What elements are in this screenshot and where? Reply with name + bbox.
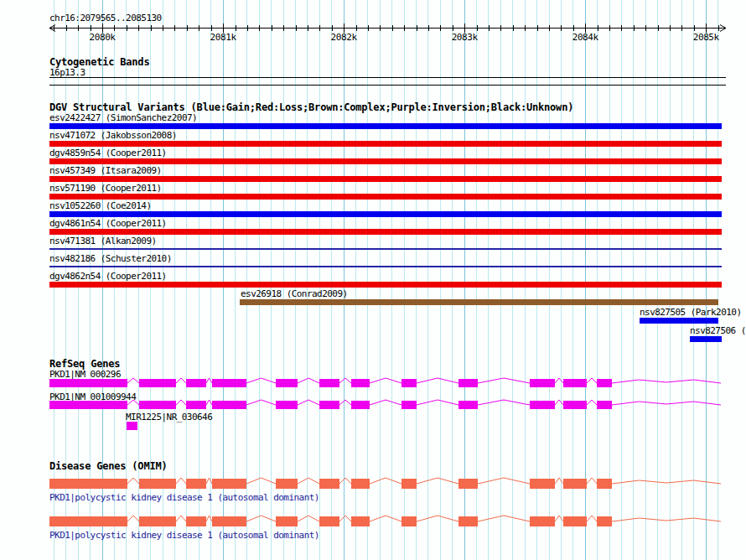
exon-block[interactable] [530,516,555,526]
exon-block[interactable] [276,479,298,489]
exon-block[interactable] [401,479,417,489]
variant-label: nsv471381 (Alkan2009) [49,236,157,246]
ruler-tick-label: 2084k [568,32,602,43]
variant-label: esv2422427 (SimonSanchez2007) [49,112,197,123]
gene-model[interactable] [0,474,746,494]
variant-label: nsv457349 (Itsara2009) [49,165,162,176]
exon-block[interactable] [319,516,339,526]
exon-block[interactable] [139,479,176,489]
exon-block[interactable] [563,479,587,489]
exon-block[interactable] [351,379,370,387]
ruler-tick-label: 2081k [206,32,240,43]
exon-block[interactable] [49,401,127,409]
exon-block[interactable] [186,479,206,489]
exon-block[interactable] [597,516,612,526]
ruler-tick-label: 2080k [85,32,119,43]
exon-block[interactable] [563,401,587,409]
track-header-omim: Disease Genes (OMIM) [49,460,168,472]
exon-block[interactable] [127,422,137,430]
gene-model[interactable] [0,511,746,531]
exon-block[interactable] [458,401,478,409]
exon-block[interactable] [401,379,417,387]
exon-block[interactable] [319,401,339,409]
variant-bar[interactable] [49,176,722,182]
variant-label: nsv827505 (Park2010) [640,307,741,318]
exon-block[interactable] [212,516,246,526]
gene-model[interactable] [0,374,746,392]
exon-block[interactable] [276,379,298,387]
variant-bar[interactable] [690,336,722,342]
exon-block[interactable] [319,479,339,489]
variant-bar[interactable] [49,211,722,217]
exon-block[interactable] [139,401,176,409]
variant-label: dgv4859n54 (Cooper2011) [49,148,167,158]
variant-bar[interactable] [640,318,718,324]
exon-block[interactable] [458,516,478,526]
exon-block[interactable] [212,479,246,489]
ruler-tick-label: 2085k [689,32,723,43]
variant-label: nsv471072 (Jakobsson2008) [49,130,177,141]
exon-block[interactable] [530,379,555,387]
variant-label: nsv571190 (Cooper2011) [49,183,162,194]
exon-block[interactable] [186,401,206,409]
variant-bar[interactable] [49,123,722,129]
exon-block[interactable] [401,516,417,526]
exon-block[interactable] [212,379,246,387]
cytoband-track[interactable] [49,77,726,86]
variant-bar[interactable] [49,266,722,267]
variant-bar[interactable] [240,299,718,305]
exon-block[interactable] [276,516,298,526]
variant-bar[interactable] [49,248,722,250]
exon-block[interactable] [49,379,127,387]
variant-label: dgv4862n54 (Cooper2011) [49,271,167,282]
exon-block[interactable] [458,479,478,489]
exon-block[interactable] [351,516,370,526]
gene-model[interactable] [0,417,746,435]
exon-block[interactable] [139,516,176,526]
exon-block[interactable] [530,401,555,409]
variant-label: esv26918 (Conrad2009) [241,288,348,299]
exon-block[interactable] [401,401,417,409]
exon-block[interactable] [351,479,370,489]
variant-bar[interactable] [49,141,722,147]
gene-model[interactable] [0,396,746,414]
exon-block[interactable] [597,379,612,387]
exon-block[interactable] [530,479,555,489]
exon-block[interactable] [139,379,176,387]
ruler-tick-label: 2082k [327,32,360,43]
exon-block[interactable] [319,379,339,387]
exon-block[interactable] [186,516,206,526]
variant-bar[interactable] [49,229,722,235]
exon-block[interactable] [597,479,612,489]
variant-bar[interactable] [49,194,722,200]
exon-block[interactable] [458,379,478,387]
exon-block[interactable] [276,401,298,409]
variant-bar[interactable] [49,158,722,164]
exon-block[interactable] [563,516,587,526]
genome-browser-panel: chr16:2079565..2085130 2080k2081k2082k20… [0,0,746,560]
exon-block[interactable] [597,401,612,409]
exon-block[interactable] [49,516,127,526]
ruler-tick-label: 2083k [448,32,481,43]
variant-label: nsv827506 (Park2010) [690,325,746,336]
variant-label: nsv1052260 (Coe2014) [49,200,151,211]
exon-block[interactable] [49,479,127,489]
track-header-cytobands: Cytogenetic Bands [49,56,149,68]
variant-label: dgv4861n54 (Cooper2011) [49,218,167,229]
exon-block[interactable] [563,379,587,387]
track-header-dgv: DGV Structural Variants (Blue:Gain;Red:L… [49,101,573,113]
track-header-refseq: RefSeq Genes [49,358,120,370]
variant-label: nsv482186 (Schuster2010) [49,253,172,264]
exon-block[interactable] [212,401,246,409]
variant-bar[interactable] [49,282,722,288]
exon-block[interactable] [186,379,206,387]
exon-block[interactable] [351,401,370,409]
